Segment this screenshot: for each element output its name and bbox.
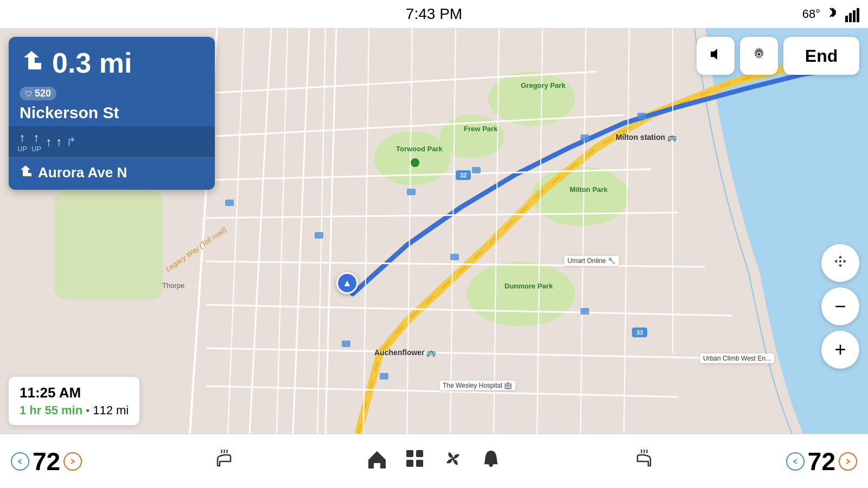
map-area[interactable]: 32 33 Gregory Park Frew Park Torwood Par… [0, 28, 868, 434]
navigation-card: 0.3 mi 🛡 520 Nickerson St ↑ UP ↑ UP ↑ ↑ [9, 37, 215, 190]
lane-item: ↑ UP [17, 131, 27, 153]
signal-icon [845, 8, 857, 20]
end-button[interactable]: End [783, 37, 859, 75]
nav-distance: 0.3 mi [52, 47, 132, 79]
urban-climb-poi: Urban Climb West En... [700, 354, 774, 363]
svg-rect-1 [849, 13, 852, 22]
left-heat-icon [213, 448, 235, 474]
svg-rect-0 [845, 16, 848, 22]
next-turn-icon [17, 163, 33, 182]
next-street-name: Aurora Ave N [38, 164, 127, 181]
svg-point-34 [411, 158, 419, 167]
status-time: 7:43 PM [406, 5, 462, 23]
svg-rect-58 [406, 450, 413, 457]
status-bar: 7:43 PM 68° [0, 0, 868, 28]
home-icon[interactable] [366, 448, 388, 474]
location-marker: ▲ [336, 272, 358, 294]
zoom-out-button[interactable]: − [821, 287, 859, 325]
volume-icon [707, 46, 724, 66]
svg-point-9 [467, 261, 575, 326]
svg-rect-42 [342, 341, 350, 347]
svg-rect-10 [54, 191, 163, 299]
svg-rect-43 [380, 373, 388, 380]
left-temperature: 72 [33, 447, 60, 476]
svg-point-7 [374, 131, 450, 185]
svg-text:32: 32 [460, 172, 467, 178]
svg-rect-59 [416, 450, 423, 457]
svg-rect-41 [450, 254, 459, 260]
svg-rect-40 [637, 113, 646, 119]
lane-item-active: ↱ [66, 135, 76, 149]
lane-item: ↑ [56, 135, 62, 149]
right-temp-up-button[interactable] [839, 452, 857, 471]
svg-marker-56 [844, 260, 846, 263]
settings-icon [751, 46, 767, 66]
grid-icon[interactable] [404, 448, 426, 474]
svg-rect-35 [225, 200, 234, 206]
umart-poi: Umart Online 🔧 [564, 256, 619, 266]
top-controls: End [697, 37, 859, 75]
right-controls: − + [821, 244, 859, 369]
svg-rect-38 [472, 167, 481, 174]
svg-rect-61 [416, 460, 423, 467]
zoom-out-icon: − [834, 297, 846, 316]
nav-street-name: Nickerson St [20, 104, 204, 122]
pan-icon [832, 253, 848, 273]
lane-item: ↑ UP [31, 131, 41, 153]
zoom-in-button[interactable]: + [821, 331, 859, 369]
fan-icon[interactable] [442, 448, 464, 474]
route-badge-icon: 🛡 [25, 89, 33, 98]
svg-rect-37 [407, 189, 416, 195]
svg-rect-44 [580, 308, 589, 314]
pan-button[interactable] [821, 244, 859, 282]
svg-point-57 [839, 260, 841, 262]
bell-icon[interactable] [480, 448, 502, 474]
bottom-bar: 72 [0, 434, 868, 488]
svg-marker-54 [839, 265, 842, 267]
svg-point-52 [758, 53, 761, 55]
svg-rect-39 [580, 134, 589, 141]
location-arrow-icon: ▲ [342, 278, 352, 289]
right-temp-section: 72 [786, 447, 857, 476]
left-temp-down-button[interactable] [11, 452, 29, 471]
svg-rect-36 [315, 232, 323, 239]
lane-item: ↑ [46, 135, 52, 149]
eta-arrival-time: 11:25 AM [20, 384, 129, 401]
left-temp-up-button[interactable] [63, 452, 82, 471]
svg-marker-49 [711, 49, 717, 60]
right-temp-down-button[interactable] [786, 452, 805, 471]
svg-rect-2 [853, 10, 856, 22]
status-temperature: 68° [802, 7, 820, 21]
svg-marker-55 [834, 260, 837, 263]
svg-text:33: 33 [636, 329, 643, 336]
svg-marker-53 [839, 255, 842, 258]
bottom-nav-icons [366, 448, 502, 474]
bluetooth-icon [827, 5, 839, 23]
right-temperature: 72 [808, 447, 835, 476]
settings-button[interactable] [740, 37, 778, 75]
eta-distance: 112 mi [93, 403, 129, 418]
zoom-in-icon: + [834, 340, 846, 359]
wesley-hospital-poi: The Wesley Hospital 🏥 [439, 381, 515, 390]
left-temp-section: 72 [11, 447, 82, 476]
right-heat-icon [633, 448, 655, 474]
volume-button[interactable] [697, 37, 735, 75]
svg-rect-60 [406, 460, 413, 467]
eta-duration: 1 hr 55 min [20, 403, 82, 418]
eta-card: 11:25 AM 1 hr 55 min • 112 mi [9, 377, 139, 425]
nav-route-number: 520 [35, 88, 51, 99]
svg-rect-3 [857, 8, 859, 22]
turn-arrow-icon [17, 48, 44, 79]
svg-point-8 [532, 166, 629, 226]
svg-point-62 [451, 457, 455, 460]
